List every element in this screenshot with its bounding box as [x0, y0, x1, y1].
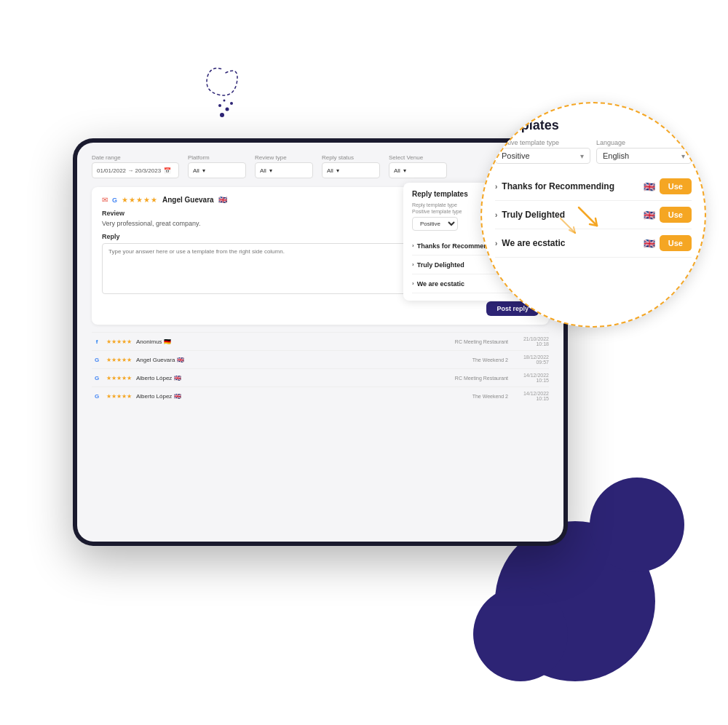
list-date: 18/12/202209:57: [513, 354, 549, 365]
mag-template-item: › Thanks for Recommending 🇬🇧 Use: [495, 173, 692, 201]
reviewer-flag: 🇬🇧: [218, 196, 227, 204]
chevron-down-icon: ▾: [580, 152, 584, 160]
date-range-label: Date range: [92, 154, 179, 161]
mag-lang-label: Language: [596, 139, 692, 146]
mag-lang-group: Language English ▾: [596, 139, 692, 164]
svg-point-0: [220, 113, 224, 117]
mag-use-button[interactable]: Use: [660, 178, 692, 194]
mag-template-item: › Truly Delighted 🇬🇧 Use: [495, 201, 692, 229]
chevron-icon: ›: [412, 261, 414, 268]
chevron-icon: ›: [495, 239, 497, 247]
mag-use-button[interactable]: Use: [660, 207, 692, 223]
chevron-icon: ›: [412, 242, 414, 249]
chevron-icon: ›: [495, 211, 497, 219]
list-venue: The Weekend 2: [472, 357, 508, 362]
chevron-down-icon: ▾: [202, 167, 205, 174]
platform-icon: f: [92, 336, 102, 346]
mag-template-name: Truly Delighted: [502, 210, 638, 220]
chevron-icon: ›: [495, 183, 497, 191]
reply-status-label: Reply status: [322, 154, 380, 161]
list-date: 14/12/202210:15: [513, 391, 549, 401]
filter-group-review-type: Review type All ▾: [255, 154, 313, 178]
list-flag: 🇬🇧: [174, 393, 181, 400]
type-label: Positive template type: [412, 209, 481, 214]
list-stars: ★★★★★: [106, 357, 132, 363]
mag-template-item: › We are ecstatic 🇬🇧 Use: [495, 229, 692, 258]
review-header-left: ✉ G ★★★★★ Angel Guevara 🇬🇧: [102, 196, 227, 204]
email-icon: ✉: [102, 196, 108, 204]
list-flag: 🇬🇧: [177, 357, 184, 363]
platform-label: Platform: [188, 154, 246, 161]
filter-group-venue: Select Venue All ▾: [389, 154, 447, 178]
chevron-down-icon: ▾: [269, 167, 272, 174]
magnifier-content: Templates Positive template type Positiv…: [482, 103, 705, 326]
mag-template-name: Thanks for Recommending: [502, 181, 638, 191]
filter-group-reply-status: Reply status All ▾: [322, 154, 380, 178]
mag-template-flag: 🇬🇧: [644, 181, 655, 192]
svg-point-2: [218, 104, 221, 107]
google-icon: G: [112, 197, 117, 204]
svg-point-4: [223, 100, 226, 102]
mag-use-button[interactable]: Use: [660, 235, 692, 251]
list-name: Alberto López 🇬🇧: [136, 393, 468, 400]
date-range-input[interactable]: 01/01/2022 → 20/3/2023 📅: [92, 162, 179, 178]
filter-group-date: Date range 01/01/2022 → 20/3/2023 📅: [92, 154, 179, 178]
mag-type-label: Positive template type: [495, 139, 590, 146]
star-rating: ★★★★★: [122, 196, 158, 204]
platform-icon: G: [92, 373, 102, 383]
mag-filters-row: Positive template type Positive ▾ Langua…: [495, 139, 692, 164]
chevron-down-icon: ▾: [681, 152, 685, 160]
svg-point-1: [226, 108, 229, 111]
mag-template-name: We are ecstatic: [502, 238, 638, 248]
calendar-icon: 📅: [164, 167, 171, 174]
list-name: Angel Guevara 🇬🇧: [136, 357, 468, 363]
chevron-down-icon: ▾: [403, 167, 406, 174]
mag-title: Templates: [495, 118, 692, 133]
list-stars: ★★★★★: [106, 393, 132, 400]
deco-swirl: [167, 58, 255, 131]
list-venue: RC Meeting Restaurant: [455, 339, 508, 344]
mag-lang-value: English: [603, 151, 681, 160]
list-item[interactable]: G ★★★★★ Angel Guevara 🇬🇧 The Weekend 2 1…: [92, 350, 549, 368]
list-venue: RC Meeting Restaurant: [455, 376, 508, 381]
review-type-select[interactable]: All ▾: [255, 162, 313, 178]
reply-status-select[interactable]: All ▾: [322, 162, 380, 178]
date-range-value: 01/01/2022 → 20/3/2023: [97, 167, 161, 174]
chevron-icon: ›: [412, 280, 414, 287]
list-date: 14/12/202210:15: [513, 373, 549, 383]
list-date: 21/10/202210:18: [513, 336, 549, 346]
list-item[interactable]: G ★★★★★ Alberto López 🇬🇧 RC Meeting Rest…: [92, 368, 549, 387]
mag-type-group: Positive template type Positive ▾: [495, 139, 590, 164]
list-flag: 🇩🇪: [164, 338, 171, 345]
list-stars: ★★★★★: [106, 375, 132, 381]
platform-icon: G: [92, 391, 102, 401]
list-item[interactable]: f ★★★★★ Anonimus 🇩🇪 RC Meeting Restauran…: [92, 332, 549, 350]
platform-icon: G: [92, 354, 102, 365]
list-flag: 🇬🇧: [174, 375, 181, 381]
list-name: Anonimus 🇩🇪: [136, 338, 451, 345]
template-type-select[interactable]: Positive: [412, 217, 458, 231]
deco-circle-left: [473, 587, 568, 681]
mag-template-items: › Thanks for Recommending 🇬🇧 Use › Truly…: [495, 173, 692, 258]
mag-template-flag: 🇬🇧: [644, 210, 655, 221]
list-stars: ★★★★★: [106, 338, 132, 345]
review-type-label: Review type: [255, 154, 313, 161]
svg-point-3: [230, 102, 233, 105]
list-name: Alberto López 🇬🇧: [136, 375, 451, 381]
list-item[interactable]: G ★★★★★ Alberto López 🇬🇧 The Weekend 2 1…: [92, 387, 549, 405]
filter-bar: Date range 01/01/2022 → 20/3/2023 📅 Plat…: [92, 154, 549, 178]
list-venue: The Weekend 2: [472, 394, 508, 399]
magnifier-overlay: Templates Positive template type Positiv…: [480, 102, 706, 328]
filter-group-platform: Platform All ▾: [188, 154, 246, 178]
chevron-down-icon: ▾: [336, 167, 339, 174]
platform-select[interactable]: All ▾: [188, 162, 246, 178]
deco-circle-top: [590, 478, 684, 572]
reviewer-name: Angel Guevara: [162, 196, 214, 204]
mag-type-value: Positive: [502, 151, 580, 160]
venue-select[interactable]: All ▾: [389, 162, 447, 178]
venue-label: Select Venue: [389, 154, 447, 161]
review-list: f ★★★★★ Anonimus 🇩🇪 RC Meeting Restauran…: [92, 332, 549, 405]
mag-template-flag: 🇬🇧: [644, 238, 655, 249]
